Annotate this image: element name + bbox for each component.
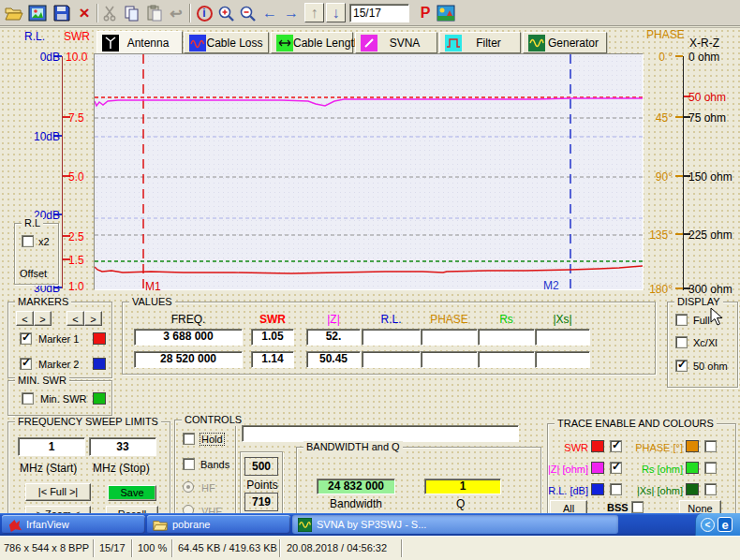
rl-x2-checkbox[interactable] [22, 235, 34, 247]
display-xcxl-checkbox[interactable] [675, 336, 688, 348]
cut-icon[interactable] [100, 3, 121, 23]
m2-swr-field[interactable]: 1.14 [251, 351, 294, 368]
xrz-tick-label: 0 ohm [688, 51, 719, 64]
toolbar-separator [96, 4, 97, 22]
sweep-limits-groupbox: FREQUENCY SWEEP LIMITS 1 33 MHz (Start) … [7, 421, 170, 526]
sweep-start-field[interactable]: 1 [18, 437, 85, 456]
hold-checkbox[interactable] [183, 433, 195, 445]
marker1-color-swatch[interactable] [93, 332, 106, 345]
print-icon[interactable]: P [415, 3, 436, 23]
taskbar-item-svna[interactable]: SVNA by SP3SWJ - S... [292, 515, 618, 534]
zoom-in-icon[interactable] [215, 3, 236, 23]
full-span-button[interactable]: |< Full >| [25, 483, 91, 501]
info-icon[interactable]: i [194, 3, 215, 23]
bands-checkbox[interactable] [183, 458, 195, 470]
m1-freq-field[interactable]: 3 688 000 [134, 329, 243, 346]
trace-z-checkbox[interactable] [610, 462, 622, 474]
trace-z-swatch[interactable] [591, 462, 604, 474]
trace-rs-swatch[interactable] [686, 462, 699, 474]
marker1-left-button[interactable]: < [16, 311, 34, 326]
m2-rs-field[interactable] [478, 351, 535, 368]
mouse-cursor [710, 307, 723, 327]
sweep-stop-field[interactable]: 33 [89, 437, 156, 456]
m2-z-field[interactable]: 50.45 [306, 351, 361, 368]
marker2-label: Marker 2 [38, 359, 79, 370]
m1-z-field[interactable]: 52. [306, 329, 361, 346]
antenna-icon [102, 35, 119, 52]
tray-collapse-icon[interactable]: < [701, 518, 715, 532]
zoom-out-icon[interactable] [237, 3, 258, 23]
marker2-color-swatch[interactable] [93, 358, 106, 370]
trace-xs-swatch[interactable] [686, 483, 699, 495]
markers-groupbox: MARKERS < > < > Marker 1 Marker 2 [7, 302, 112, 378]
display-groupbox: DISPLAY Full Xc/Xl 50 ohm [667, 302, 738, 388]
bss-checkbox[interactable] [631, 501, 644, 513]
last-image-button[interactable]: ↓ [326, 3, 346, 22]
tab-filter[interactable]: Filter [439, 32, 521, 53]
page-number-input[interactable] [349, 4, 409, 22]
marker2-left-button[interactable]: < [67, 311, 84, 326]
trace-swr-checkbox[interactable] [610, 440, 622, 452]
values-header-swr: SWR [251, 313, 294, 326]
taskbar-item-pobrane[interactable]: pobrane [147, 515, 290, 534]
tab-antenna[interactable]: Antenna [96, 31, 183, 54]
save-icon[interactable] [52, 3, 72, 23]
marker1-checkbox[interactable] [20, 332, 32, 345]
copy-icon[interactable] [122, 3, 142, 23]
m2-phase-field[interactable] [421, 351, 478, 368]
tab-label: Filter [462, 37, 515, 50]
phase-axis-header: PHASE [646, 28, 685, 41]
tab-cable-length[interactable]: Cable Length [271, 32, 353, 53]
save-button[interactable]: Save [108, 485, 156, 501]
first-image-button[interactable]: ↑ [304, 3, 324, 22]
display-50ohm-checkbox[interactable] [675, 360, 688, 372]
trace-swr-swatch[interactable] [591, 440, 604, 452]
m1-swr-field[interactable]: 1.05 [251, 329, 294, 346]
m1-rl-field[interactable] [362, 329, 421, 346]
min-swr-label: Min. SWR [40, 393, 87, 405]
next-image-icon[interactable]: → [281, 3, 302, 23]
hf-label: HF [201, 482, 215, 494]
phase-tick-label: 135° [643, 228, 673, 242]
trace-rl-swatch[interactable] [591, 483, 604, 495]
marker1-right-button[interactable]: > [34, 311, 52, 326]
trace-phase-swatch[interactable] [686, 440, 699, 452]
acquire-icon[interactable] [436, 3, 456, 23]
m2-rl-field[interactable] [362, 351, 421, 368]
info-glyph: i [197, 6, 213, 22]
min-swr-checkbox[interactable] [22, 392, 34, 405]
trace-rs-label: Rs [ohm] [627, 464, 683, 475]
sweep-chart[interactable] [94, 53, 644, 290]
display-full-checkbox[interactable] [675, 314, 688, 326]
tab-generator[interactable]: Generator [523, 32, 607, 53]
trace-phase-checkbox[interactable] [704, 440, 717, 452]
undo-icon[interactable]: ↩ [166, 3, 186, 23]
right-axis-line [683, 56, 684, 290]
display-full-label: Full [693, 315, 710, 326]
trace-rs-checkbox[interactable] [704, 462, 717, 474]
tab-svna[interactable]: SVNA [355, 32, 437, 53]
thumbnails-icon[interactable] [27, 3, 48, 23]
paste-icon[interactable] [144, 3, 165, 23]
m2-freq-field[interactable]: 28 520 000 [134, 351, 243, 368]
marker2-right-button[interactable]: > [84, 311, 102, 326]
internet-explorer-tray-icon[interactable]: e [718, 517, 733, 532]
tab-cable-loss[interactable]: Cable Loss [184, 32, 269, 53]
marker1-label: M1 [145, 280, 161, 293]
previous-image-icon[interactable]: ← [259, 3, 280, 23]
message-field[interactable] [242, 425, 519, 442]
taskbar-item-irfanview[interactable]: IrfanView [2, 515, 145, 534]
marker2-checkbox[interactable] [20, 358, 32, 370]
min-swr-groupbox: MIN. SWR Min. SWR [7, 380, 112, 416]
trace-xs-checkbox[interactable] [704, 483, 717, 495]
min-swr-color-swatch[interactable] [93, 392, 106, 405]
m2-xs-field[interactable] [535, 351, 590, 368]
swr-tick-label: 10.0 [66, 51, 87, 64]
open-folder-icon[interactable] [4, 3, 24, 23]
hf-radio[interactable] [183, 481, 194, 493]
m1-rs-field[interactable] [478, 329, 535, 346]
trace-rl-checkbox[interactable] [610, 483, 622, 495]
m1-phase-field[interactable] [421, 329, 478, 346]
delete-icon[interactable]: × [74, 3, 95, 23]
m1-xs-field[interactable] [535, 329, 590, 346]
